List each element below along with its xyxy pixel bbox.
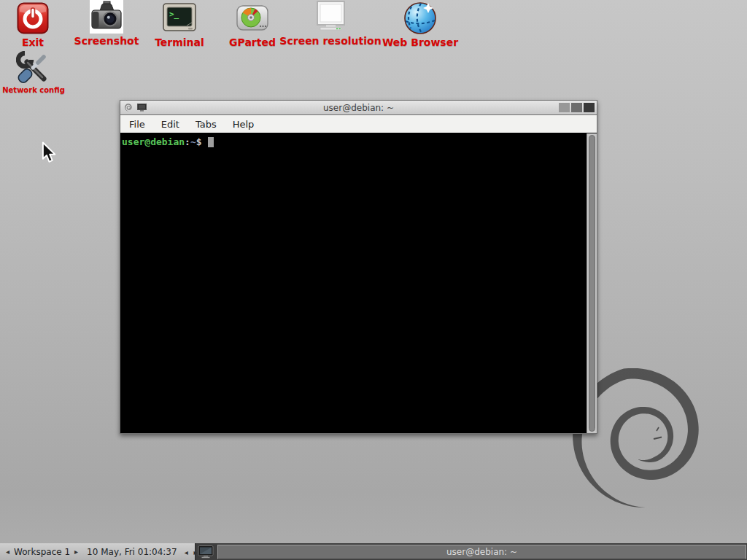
shell-prompt: user@debian:~$: [122, 136, 214, 147]
window-titlebar[interactable]: user@debian: ~: [120, 101, 597, 115]
icon-label: Web Browser: [369, 37, 471, 48]
tools-icon: [16, 51, 51, 85]
desktop-icon-web-browser[interactable]: Web Browser: [369, 1, 471, 48]
globe-icon: [403, 1, 437, 35]
desktop: Exit Screenshot >_: [0, 0, 747, 560]
workspace-label: Workspace 1: [14, 547, 70, 557]
menu-tabs[interactable]: Tabs: [187, 117, 225, 132]
workspace-next-icon[interactable]: ▸: [73, 548, 80, 556]
prompt-symbol: $: [196, 136, 202, 147]
debian-swirl-icon: [124, 103, 133, 112]
titlebar-icons: [124, 103, 147, 112]
close-button[interactable]: [584, 103, 595, 112]
menu-edit[interactable]: Edit: [153, 117, 187, 132]
display-tray-icon[interactable]: [198, 545, 214, 559]
disk-partition-icon: [236, 4, 269, 33]
minimize-button[interactable]: [559, 103, 570, 112]
monitor-icon: [314, 1, 347, 33]
scrollbar-thumb[interactable]: [589, 135, 595, 432]
taskbar: ◂ Workspace 1 ▸ 10 May, Fri 01:04:37 ◂ ▸…: [0, 542, 747, 560]
prompt-path: ~: [190, 136, 196, 147]
prompt-separator: :: [185, 136, 190, 147]
terminal-window: user@debian: ~ File Edit Tabs Help user@…: [120, 100, 597, 434]
menu-bar: File Edit Tabs Help: [120, 115, 597, 133]
desktop-icon-screen-resolution[interactable]: Screen resolution: [279, 0, 382, 47]
prompt-user-host: user@debian: [122, 136, 185, 147]
terminal-screen[interactable]: user@debian:~$: [120, 133, 597, 433]
window-title: user@debian: ~: [120, 103, 597, 113]
panel-left-section: ◂ Workspace 1 ▸ 10 May, Fri 01:04:37 ◂ ▸: [0, 543, 196, 560]
camera-icon: [90, 0, 123, 34]
maximize-button[interactable]: [571, 103, 582, 112]
icon-label: Network config: [0, 87, 85, 95]
text-cursor: [208, 137, 214, 147]
terminal-window-icon: [137, 104, 147, 112]
clock: 10 May, Fri 01:04:37: [87, 547, 177, 557]
taskbar-window-button[interactable]: user@debian: ~: [217, 545, 746, 559]
desktop-icon-network-config[interactable]: Network config: [0, 51, 85, 95]
menu-help[interactable]: Help: [225, 117, 263, 132]
svg-text:>_: >_: [169, 9, 179, 19]
system-tray: [196, 543, 216, 560]
workspace-prev-icon[interactable]: ◂: [4, 548, 11, 556]
window-buttons: [559, 103, 595, 112]
power-icon: [17, 2, 49, 34]
pager-prev-icon[interactable]: ◂: [183, 548, 190, 556]
terminal-scrollbar[interactable]: [587, 133, 597, 433]
crt-terminal-icon: >_: [162, 3, 197, 34]
icon-label: Screen resolution: [279, 36, 382, 47]
mouse-cursor: [42, 141, 61, 165]
menu-file[interactable]: File: [121, 117, 153, 132]
